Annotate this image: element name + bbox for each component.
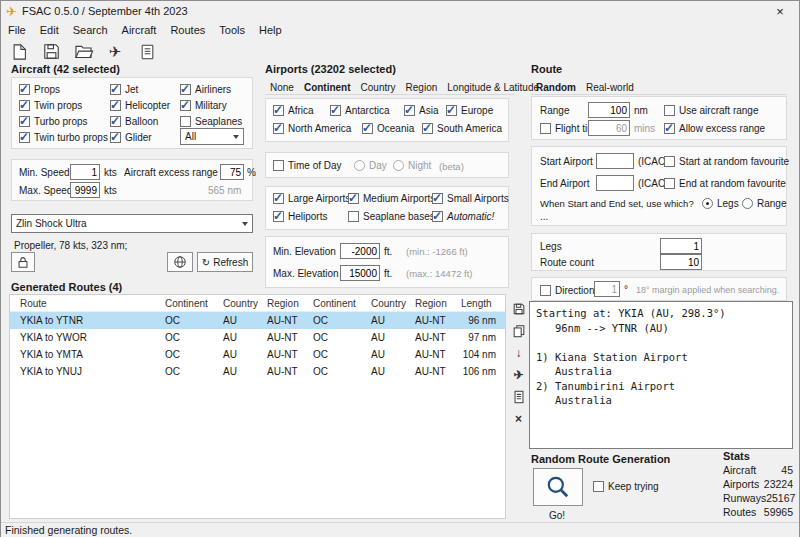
menu-item-edit[interactable]: Edit xyxy=(33,23,66,37)
checkbox-box[interactable] xyxy=(664,105,675,116)
col-header[interactable]: Region xyxy=(262,298,308,309)
menu-item-file[interactable]: File xyxy=(1,23,33,37)
aircraft-button[interactable]: ✈ xyxy=(103,41,127,63)
menu-item-aircraft[interactable]: Aircraft xyxy=(115,23,164,37)
min-speed-input[interactable] xyxy=(70,164,100,180)
helicopter-checkbox[interactable]: Helicopter xyxy=(110,99,170,112)
checkbox-box[interactable] xyxy=(273,123,284,134)
south-america-checkbox[interactable]: South America xyxy=(422,122,502,135)
radio-circle[interactable] xyxy=(354,160,365,171)
route-detail-text[interactable]: Starting at: YKIA (AU, 298.3°) 96nm --> … xyxy=(529,301,793,449)
export-route-button[interactable]: ↓ xyxy=(510,344,527,361)
jet-checkbox[interactable]: Jet xyxy=(110,83,138,96)
checkbox-box[interactable] xyxy=(348,211,359,222)
menu-item-help[interactable]: Help xyxy=(252,23,289,37)
close-button[interactable]: × xyxy=(766,4,794,19)
time-of-day-checkbox[interactable]: Time of Day xyxy=(273,159,342,172)
end-favourite-checkbox[interactable]: End at random favourite xyxy=(664,177,786,190)
large-airports-checkbox[interactable]: Large Airports xyxy=(273,192,350,205)
col-header[interactable]: Continent xyxy=(160,298,218,309)
start-favourite-checkbox[interactable]: Start at random favourite xyxy=(664,155,789,168)
checkbox-box[interactable] xyxy=(422,123,433,134)
north-america-checkbox[interactable]: North America xyxy=(273,122,351,135)
checkbox-box[interactable] xyxy=(180,116,191,127)
radio-circle[interactable] xyxy=(742,198,753,209)
save-routes-button[interactable] xyxy=(510,300,527,317)
day-radio[interactable]: Day xyxy=(354,159,387,172)
fly-route-button[interactable]: ✈ xyxy=(510,366,527,383)
route-report-button[interactable] xyxy=(510,388,527,405)
copy-route-button[interactable] xyxy=(510,322,527,339)
checkbox-box[interactable] xyxy=(19,100,30,111)
open-button[interactable] xyxy=(71,41,95,63)
checkbox-box[interactable] xyxy=(362,123,373,134)
lock-button[interactable] xyxy=(11,252,35,272)
checkbox-box[interactable] xyxy=(348,193,359,204)
excess-range-input[interactable] xyxy=(220,164,244,180)
checkbox-box[interactable] xyxy=(432,211,443,222)
checkbox-box[interactable] xyxy=(540,123,551,134)
checkbox-box[interactable] xyxy=(593,481,604,492)
checkbox-box[interactable] xyxy=(180,84,191,95)
keep-trying-checkbox[interactable]: Keep trying xyxy=(593,480,659,493)
checkbox-box[interactable] xyxy=(110,84,121,95)
clear-routes-button[interactable]: × xyxy=(510,410,527,427)
route-row[interactable]: YKIA to YTNR OC AU AU-NT OC AU AU-NT 96 … xyxy=(10,312,505,329)
military-checkbox[interactable]: Military xyxy=(180,99,227,112)
col-header[interactable]: Country xyxy=(366,298,410,309)
direction-checkbox[interactable]: Direction xyxy=(540,284,594,297)
menu-item-routes[interactable]: Routes xyxy=(163,23,212,37)
direction-input[interactable] xyxy=(594,281,620,297)
aircraft-select-dropdown[interactable]: Zlin Shock Ultra xyxy=(11,214,253,233)
radio-circle[interactable] xyxy=(702,198,713,209)
col-header[interactable]: Country xyxy=(218,298,262,309)
heliports-checkbox[interactable]: Heliports xyxy=(273,210,327,223)
legs-input[interactable] xyxy=(660,238,702,254)
tab-continent[interactable]: Continent xyxy=(299,81,356,94)
checkbox-box[interactable] xyxy=(110,100,121,111)
medium-airports-checkbox[interactable]: Medium Airports xyxy=(348,192,435,205)
automatic-checkbox[interactable]: Automatic! xyxy=(432,210,494,223)
europe-checkbox[interactable]: Europe xyxy=(446,104,493,117)
checkbox-box[interactable] xyxy=(404,105,415,116)
tab-random[interactable]: Random xyxy=(531,81,581,94)
min-elevation-input[interactable] xyxy=(340,243,380,259)
props-checkbox[interactable]: Props xyxy=(19,83,60,96)
balloon-checkbox[interactable]: Balloon xyxy=(110,115,158,128)
route-count-input[interactable] xyxy=(660,254,702,270)
tab-none[interactable]: None xyxy=(265,81,299,94)
checkbox-box[interactable] xyxy=(540,285,551,296)
antarctica-checkbox[interactable]: Antarctica xyxy=(330,104,389,117)
turbo-props-checkbox[interactable]: Turbo props xyxy=(19,115,88,128)
route-row[interactable]: YKIA to YNUJ OC AU AU-NT OC AU AU-NT 106… xyxy=(10,363,505,380)
generate-button[interactable] xyxy=(533,468,583,506)
range-input[interactable] xyxy=(588,102,630,118)
checkbox-box[interactable] xyxy=(110,132,121,143)
radio-circle[interactable] xyxy=(393,160,404,171)
col-header[interactable]: Length xyxy=(456,298,504,309)
col-header[interactable]: Route xyxy=(10,298,160,309)
checkbox-box[interactable] xyxy=(19,132,30,143)
asia-checkbox[interactable]: Asia xyxy=(404,104,438,117)
col-header[interactable]: Continent xyxy=(308,298,366,309)
aircraft-filter-dropdown[interactable]: All xyxy=(180,128,244,145)
seaplanes-checkbox[interactable]: Seaplanes xyxy=(180,115,242,128)
tab-country[interactable]: Country xyxy=(356,81,401,94)
checkbox-box[interactable] xyxy=(19,116,30,127)
checkbox-box[interactable] xyxy=(110,116,121,127)
checkbox-box[interactable] xyxy=(432,193,443,204)
checkbox-box[interactable] xyxy=(664,178,675,189)
glider-checkbox[interactable]: Glider xyxy=(110,131,152,144)
flight-time-input[interactable] xyxy=(588,120,630,136)
menu-item-tools[interactable]: Tools xyxy=(212,23,252,37)
checkbox-box[interactable] xyxy=(664,156,675,167)
twin-props-checkbox[interactable]: Twin props xyxy=(19,99,82,112)
airliners-checkbox[interactable]: Airliners xyxy=(180,83,231,96)
max-elevation-input[interactable] xyxy=(340,265,380,281)
checkbox-box[interactable] xyxy=(273,211,284,222)
oceania-checkbox[interactable]: Oceania xyxy=(362,122,414,135)
checkbox-box[interactable] xyxy=(180,100,191,111)
new-file-button[interactable] xyxy=(7,41,31,63)
menu-item-search[interactable]: Search xyxy=(66,23,115,37)
legs-radio[interactable]: Legs xyxy=(702,197,739,210)
